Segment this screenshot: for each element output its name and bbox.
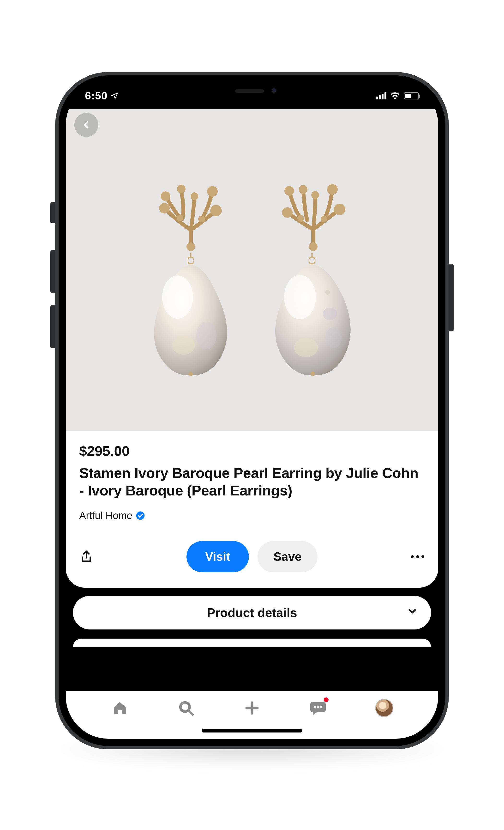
volume-down-button xyxy=(50,305,55,348)
profile-avatar xyxy=(376,700,393,716)
battery-icon xyxy=(404,92,419,99)
svg-point-35 xyxy=(314,706,316,708)
svg-line-32 xyxy=(189,711,193,715)
merchant-row[interactable]: Artful Home xyxy=(79,510,425,521)
next-card-peek xyxy=(73,639,431,647)
save-button[interactable]: Save xyxy=(258,541,317,572)
volume-up-button xyxy=(50,250,55,293)
svg-point-22 xyxy=(321,216,327,222)
earrings-illustration xyxy=(145,163,359,377)
svg-point-24 xyxy=(284,275,316,319)
back-button[interactable] xyxy=(74,113,98,137)
svg-point-3 xyxy=(191,192,198,200)
svg-point-19 xyxy=(334,204,345,215)
svg-point-36 xyxy=(317,706,319,708)
tab-create[interactable] xyxy=(240,698,264,717)
svg-point-1 xyxy=(161,191,170,201)
svg-point-7 xyxy=(177,215,183,221)
product-details-toggle[interactable]: Product details xyxy=(73,596,431,630)
product-image[interactable] xyxy=(66,109,438,431)
svg-point-0 xyxy=(159,203,170,214)
svg-point-27 xyxy=(294,338,318,357)
svg-point-9 xyxy=(188,257,194,264)
svg-point-29 xyxy=(310,372,315,376)
svg-point-12 xyxy=(172,336,195,355)
bottom-tab-bar xyxy=(66,691,438,739)
svg-point-25 xyxy=(323,308,337,320)
svg-point-16 xyxy=(299,185,307,194)
svg-point-13 xyxy=(189,372,193,376)
product-price: $295.00 xyxy=(79,443,425,459)
svg-point-18 xyxy=(327,184,338,195)
power-button xyxy=(449,264,454,331)
product-title: Stamen Ivory Baroque Pearl Earring by Ju… xyxy=(79,464,425,499)
svg-point-6 xyxy=(187,242,195,251)
action-row: Visit Save xyxy=(66,529,438,588)
share-button[interactable] xyxy=(79,549,94,564)
location-icon xyxy=(111,92,119,100)
wifi-icon xyxy=(390,92,400,99)
merchant-name: Artful Home xyxy=(79,510,132,521)
screen: 6:50 xyxy=(66,83,438,739)
svg-point-8 xyxy=(198,216,205,222)
cellular-icon xyxy=(376,92,387,99)
svg-point-28 xyxy=(325,290,330,295)
home-indicator xyxy=(202,729,302,733)
visit-button[interactable]: Visit xyxy=(187,541,249,572)
phone-frame: 6:50 xyxy=(55,72,449,749)
silent-switch xyxy=(50,202,55,223)
svg-point-37 xyxy=(320,706,323,708)
notification-dot xyxy=(324,697,329,702)
chevron-down-icon xyxy=(407,605,418,620)
svg-point-21 xyxy=(297,215,304,222)
svg-point-15 xyxy=(284,186,294,196)
svg-point-4 xyxy=(207,186,218,197)
more-options-button[interactable] xyxy=(410,549,425,564)
svg-point-20 xyxy=(309,242,317,251)
svg-point-2 xyxy=(177,185,186,193)
tab-notifications[interactable] xyxy=(306,698,330,717)
svg-point-11 xyxy=(196,322,216,349)
tab-profile[interactable] xyxy=(372,698,396,717)
status-time: 6:50 xyxy=(85,90,107,102)
tab-home[interactable] xyxy=(108,698,132,717)
svg-point-5 xyxy=(210,205,222,216)
tab-search[interactable] xyxy=(174,698,198,717)
svg-point-23 xyxy=(309,257,315,264)
product-pin-card: $295.00 Stamen Ivory Baroque Pearl Earri… xyxy=(66,109,438,588)
product-details-label: Product details xyxy=(207,605,297,620)
verified-badge-icon xyxy=(136,511,145,520)
svg-point-30 xyxy=(136,512,144,520)
svg-point-17 xyxy=(311,191,319,199)
svg-point-26 xyxy=(326,327,342,349)
device-notch xyxy=(187,83,317,99)
more-icon xyxy=(411,555,424,558)
svg-point-10 xyxy=(162,276,193,319)
svg-point-14 xyxy=(282,207,293,218)
